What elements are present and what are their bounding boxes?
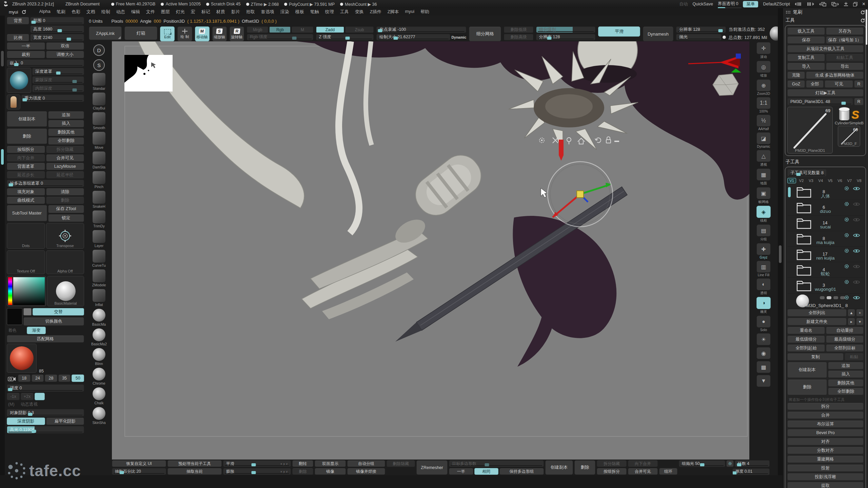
focal-50-button[interactable]: 50 [72,374,84,382]
highlight-slider[interactable]: 高光 0.11906 [7,426,84,433]
duplicate-subtool-button[interactable]: 创建副本 [787,362,827,378]
eye-icon[interactable] [853,217,860,223]
width-slider[interactable]: 宽度 2240 [30,34,84,41]
delete-other-subtools-button[interactable]: 删除其他 [828,379,864,387]
focal-shift-slider[interactable]: 焦点衰减 -100 [376,26,466,33]
red-material-thumbnail[interactable] [7,344,37,373]
menu-item-myui[interactable]: myui [402,8,417,15]
secondary-color-swatch[interactable] [23,308,32,316]
subtool-item-7[interactable]: 3wugong01 [787,278,864,293]
import-button[interactable]: 导入 [787,63,825,70]
split-hidden-button[interactable]: 拆分隐藏 [46,146,84,153]
double-sided-button[interactable]: 双面显示 [315,460,346,467]
sculpt-viewport[interactable] [112,41,749,460]
brush-item-pinch[interactable]: Pinch [92,171,106,189]
minus-1x-button[interactable]: -1x [7,393,20,400]
save-ztool-button[interactable]: 保存 ZTool [48,205,84,213]
save-as-button[interactable]: 另存为 [826,27,864,35]
subtool-tab-v3[interactable]: V3 [807,178,815,183]
menu-item-编辑[interactable]: 编辑 [128,8,143,15]
main-color-swatch[interactable] [7,308,22,325]
menu-item-动态[interactable]: 动态 [113,8,128,15]
subtool-item-3[interactable]: 14sucai [787,216,864,231]
op-9-button[interactable]: 投影浅浮雕 [787,473,864,481]
eye-icon[interactable] [853,233,860,239]
aahalf-icon[interactable]: ½AAHalf [756,115,771,131]
menu-item-文档[interactable]: 文档 [83,8,98,15]
depth-mask-slider[interactable]: 深度遮罩 [32,68,84,75]
minimize-icon[interactable] [844,2,848,6]
op-1-button[interactable]: 拆分 [787,403,864,410]
divide-button[interactable]: 细分网格 [469,26,501,41]
same-button[interactable]: 相同 [474,468,499,475]
split-groups-button[interactable]: 按组拆分 [7,146,45,153]
proportional-button[interactable]: 比例 [7,34,29,41]
curve-mode-button[interactable]: 曲线模式 [7,197,45,204]
resize-button[interactable]: 调整大小 [46,51,84,58]
slider-handle[interactable] [252,463,256,466]
load-from-project-button[interactable]: 从项目文件载入工具 [787,45,864,53]
flip-button[interactable]: 翻转 [292,460,313,467]
delete-geom-button[interactable]: 删除 [292,468,313,475]
quick-brush-s-button[interactable]: S [93,59,105,71]
lock-button[interactable]: 锁定 [48,214,84,222]
scroll-to-button[interactable]: ▲ [848,309,855,317]
mask-depth-slider[interactable]: 蒙版深度 [32,76,84,84]
background-button[interactable]: 背景 [7,17,29,24]
lazy-radius-button[interactable]: 延迟半径 [46,171,84,179]
menu-item-z插件[interactable]: Z插件 [367,8,384,15]
rgb-button[interactable]: Rgb [269,26,291,33]
lightbox-button[interactable]: 灯箱 [124,26,157,40]
slider-handle[interactable] [14,63,19,66]
ghost-icon[interactable]: ◑幽灵 [756,297,771,314]
slider-handle[interactable] [700,463,704,466]
scroll-doc-icon[interactable]: ✛滚动 [756,42,771,59]
brush-item-standar[interactable]: Standar [92,73,106,90]
eye-icon[interactable] [853,186,860,192]
menu-item-笔触[interactable]: 笔触 [307,8,322,15]
append-subtool-button[interactable]: 追加 [828,362,864,369]
eye-icon[interactable] [853,202,860,208]
slider-handle[interactable] [23,98,27,101]
subtool-item-8[interactable]: PM3D_Sphere3D1_ 8 [787,293,864,309]
clone-button[interactable]: 克隆 [787,72,805,79]
restore-custom-ui-button[interactable]: 恢复自定义 UI [112,460,166,467]
cylinder-tool-thumbnail[interactable] [839,109,849,120]
menu-item-渲染[interactable]: 渲染 [277,8,292,15]
half-button[interactable]: 一半 [449,468,473,475]
gravity-strength-slider[interactable]: 重力强度 0 [21,95,84,102]
fill-object-button[interactable]: 填充对象 [7,188,45,196]
mirror-weld-button[interactable]: 镜像并焊接 [347,468,385,475]
menu-item-笔刷[interactable]: 笔刷 [54,8,68,15]
menu-item-alpha[interactable]: Alpha [36,8,53,15]
intensity-slider[interactable]: 强度 0 [7,384,84,392]
zsub-button[interactable]: Zsub [345,26,374,33]
subtool-palette-header[interactable]: 子工具 [783,158,868,166]
slider-handle[interactable] [796,173,801,176]
zremesher-button[interactable]: ZRemesher [416,460,448,475]
menu-item-帮助[interactable]: 帮助 [417,8,432,15]
split-hidden-bottom-button[interactable]: 拆分隐藏 [597,460,627,467]
material-preview-icon[interactable]: ◉ [756,347,771,360]
decimate-current-button[interactable]: 抽取当前 [167,468,222,475]
menu-item-z脚本[interactable]: Z脚本 [384,8,402,15]
height-slider[interactable]: 高度 1680 [30,25,84,33]
merge-visible-button[interactable]: 合并可见 [46,154,84,162]
swap-color-button[interactable]: 切换颜色 [23,317,84,326]
tray-right-icon[interactable] [807,2,814,6]
menu-item-文件[interactable]: 文件 [143,8,158,15]
subtool-tab-v8[interactable]: V8 [855,178,864,183]
saturation-square[interactable] [13,277,45,305]
gear-icon[interactable] [844,217,849,224]
resolution-slider[interactable]: 分辨率 128 [536,34,596,40]
brush-item-basicma2[interactable]: BasicMa2 [91,328,107,346]
simplebrush-tool-thumbnail[interactable]: S [851,109,859,120]
merge-visible-bottom-button[interactable]: 合并可见 [628,468,658,475]
clear-button[interactable]: 清除 [46,188,84,196]
brush-item-chrome[interactable]: Chrome [92,367,106,385]
list-all-button[interactable]: 全部列出 [787,309,847,317]
double-size-button[interactable]: 双倍 [46,42,84,50]
focal-24-button[interactable]: 24 [32,374,44,382]
focal-18-button[interactable]: 18 [18,374,31,382]
menu-item-绘制[interactable]: 绘制 [98,8,113,15]
